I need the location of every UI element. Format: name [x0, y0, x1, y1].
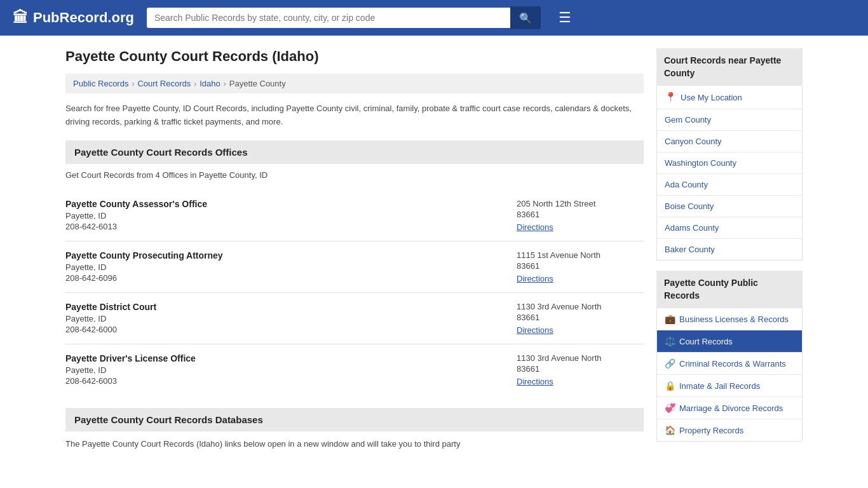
record-icon-1: ⚖️	[665, 336, 675, 346]
sidebar: Court Records near Payette County 📍Use M…	[656, 48, 803, 452]
public-record-item-1[interactable]: ⚖️Court Records	[657, 330, 802, 353]
office-right-1: 1115 1st Avenue North 83661 Directions	[517, 250, 644, 283]
public-record-link-4[interactable]: Marriage & Divorce Records	[679, 403, 783, 413]
office-zip-3: 83661	[517, 364, 644, 374]
nearby-county-item-0[interactable]: Gem County	[657, 109, 802, 131]
office-address-0: 205 North 12th Street	[517, 199, 644, 208]
public-record-item-3[interactable]: 🔒Inmate & Jail Records	[657, 375, 802, 397]
office-name-3: Payette Driver's License Office	[65, 353, 196, 363]
office-entry: Payette District Court Payette, ID 208-6…	[65, 293, 644, 344]
office-city-1: Payette, ID	[65, 262, 223, 272]
office-name-1: Payette County Prosecuting Attorney	[65, 250, 223, 261]
record-icon-2: 🔗	[665, 358, 675, 369]
nearby-county-item-3[interactable]: Ada County	[657, 174, 802, 196]
nearby-county-link-5[interactable]: Adams County	[665, 223, 719, 233]
use-my-location-item[interactable]: 📍Use My Location	[657, 86, 802, 109]
office-zip-0: 83661	[517, 210, 644, 219]
databases-intro: The Payette County Court Records (Idaho)…	[65, 438, 644, 451]
nearby-county-link-2[interactable]: Washington County	[665, 158, 736, 168]
nearby-heading: Court Records near Payette County	[656, 48, 803, 86]
office-right-3: 1130 3rd Avenue North 83661 Directions	[517, 353, 644, 386]
public-record-link-2[interactable]: Criminal Records & Warrants	[679, 359, 786, 369]
page-title: Payette County Court Records (Idaho)	[65, 48, 644, 65]
public-record-item-4[interactable]: 💞Marriage & Divorce Records	[657, 397, 802, 419]
content-area: Payette County Court Records (Idaho) Pub…	[65, 48, 644, 452]
search-area: 🔍	[147, 6, 541, 29]
public-records-list: 💼Business Licenses & Records⚖️Court Reco…	[656, 308, 803, 442]
office-left-3: Payette Driver's License Office Payette,…	[65, 353, 196, 386]
nearby-county-link-1[interactable]: Canyon County	[665, 137, 722, 146]
databases-section-header: Payette County Court Records Databases	[65, 408, 644, 431]
office-right-0: 205 North 12th Street 83661 Directions	[517, 199, 644, 232]
office-left-1: Payette County Prosecuting Attorney Paye…	[65, 250, 223, 283]
hamburger-button[interactable]: ☰	[559, 10, 571, 26]
public-record-item-0[interactable]: 💼Business Licenses & Records	[657, 308, 802, 330]
nearby-county-item-2[interactable]: Washington County	[657, 152, 802, 174]
record-icon-4: 💞	[665, 403, 675, 413]
office-city-0: Payette, ID	[65, 211, 207, 220]
office-city-2: Payette, ID	[65, 314, 156, 323]
breadcrumb-current: Payette County	[229, 79, 286, 88]
nearby-county-item-6[interactable]: Baker County	[657, 239, 802, 260]
office-left-2: Payette District Court Payette, ID 208-6…	[65, 302, 156, 334]
page-description: Search for free Payette County, ID Court…	[65, 102, 644, 129]
record-icon-3: 🔒	[665, 381, 675, 391]
public-record-item-2[interactable]: 🔗Criminal Records & Warrants	[657, 353, 802, 375]
nearby-county-link-0[interactable]: Gem County	[665, 115, 711, 125]
nearby-county-item-1[interactable]: Canyon County	[657, 131, 802, 152]
public-record-link-3[interactable]: Inmate & Jail Records	[679, 381, 760, 391]
directions-link-0[interactable]: Directions	[517, 222, 553, 232]
office-address-2: 1130 3rd Avenue North	[517, 302, 644, 311]
office-entry: Payette County Assessor's Office Payette…	[65, 190, 644, 241]
site-header: 🏛 PubRecord.org 🔍 ☰	[0, 0, 868, 36]
databases-section: Payette County Court Records Databases T…	[65, 408, 644, 451]
office-zip-2: 83661	[517, 313, 644, 322]
nearby-county-item-5[interactable]: Adams County	[657, 217, 802, 239]
search-button[interactable]: 🔍	[510, 6, 541, 29]
office-entry: Payette Driver's License Office Payette,…	[65, 344, 644, 395]
directions-link-2[interactable]: Directions	[517, 325, 553, 335]
public-record-item-5[interactable]: 🏠Property Records	[657, 419, 802, 441]
building-icon: 🏛	[13, 9, 28, 27]
logo-text: PubRecord.org	[33, 10, 134, 26]
directions-link-3[interactable]: Directions	[517, 377, 553, 386]
nearby-county-link-3[interactable]: Ada County	[665, 180, 708, 189]
location-icon: 📍	[665, 92, 677, 103]
main-container: Payette County Court Records (Idaho) Pub…	[53, 36, 815, 464]
public-records-heading: Payette County Public Records	[656, 271, 803, 308]
office-city-3: Payette, ID	[65, 365, 196, 375]
office-name-2: Payette District Court	[65, 302, 156, 312]
breadcrumb-court-records[interactable]: Court Records	[137, 79, 191, 88]
offices-section: Payette County Court Records Offices Get…	[65, 140, 644, 395]
public-record-link-5[interactable]: Property Records	[679, 426, 743, 435]
office-entry: Payette County Prosecuting Attorney Paye…	[65, 241, 644, 293]
breadcrumb: Public Records › Court Records › Idaho ›…	[65, 74, 644, 93]
record-icon-5: 🏠	[665, 425, 675, 435]
office-right-2: 1130 3rd Avenue North 83661 Directions	[517, 302, 644, 335]
office-zip-1: 83661	[517, 261, 644, 271]
office-phone-3: 208-642-6003	[65, 376, 196, 386]
office-address-3: 1130 3rd Avenue North	[517, 353, 644, 363]
offices-list: Payette County Assessor's Office Payette…	[65, 190, 644, 395]
office-phone-2: 208-642-6000	[65, 325, 156, 334]
office-phone-0: 208-642-6013	[65, 222, 207, 231]
public-record-link-0[interactable]: Business Licenses & Records	[679, 315, 789, 324]
search-input[interactable]	[147, 8, 510, 28]
office-left-0: Payette County Assessor's Office Payette…	[65, 199, 207, 231]
breadcrumb-public-records[interactable]: Public Records	[73, 79, 128, 88]
site-logo[interactable]: 🏛 PubRecord.org	[13, 9, 134, 27]
directions-link-1[interactable]: Directions	[517, 274, 553, 283]
breadcrumb-idaho[interactable]: Idaho	[200, 79, 220, 88]
nearby-county-link-4[interactable]: Boise County	[665, 201, 714, 211]
record-icon-0: 💼	[665, 314, 675, 324]
office-name-0: Payette County Assessor's Office	[65, 199, 207, 209]
nearby-county-link-6[interactable]: Baker County	[665, 245, 715, 254]
public-record-link-1[interactable]: Court Records	[679, 337, 733, 346]
public-records-section: Payette County Public Records 💼Business …	[656, 271, 803, 442]
offices-intro: Get Court Records from 4 Offices in Paye…	[65, 170, 644, 180]
nearby-county-item-4[interactable]: Boise County	[657, 196, 802, 217]
use-my-location-link[interactable]: Use My Location	[681, 93, 742, 102]
offices-section-header: Payette County Court Records Offices	[65, 140, 644, 164]
nearby-counties-list: 📍Use My LocationGem CountyCanyon CountyW…	[656, 86, 803, 261]
office-address-1: 1115 1st Avenue North	[517, 250, 644, 260]
